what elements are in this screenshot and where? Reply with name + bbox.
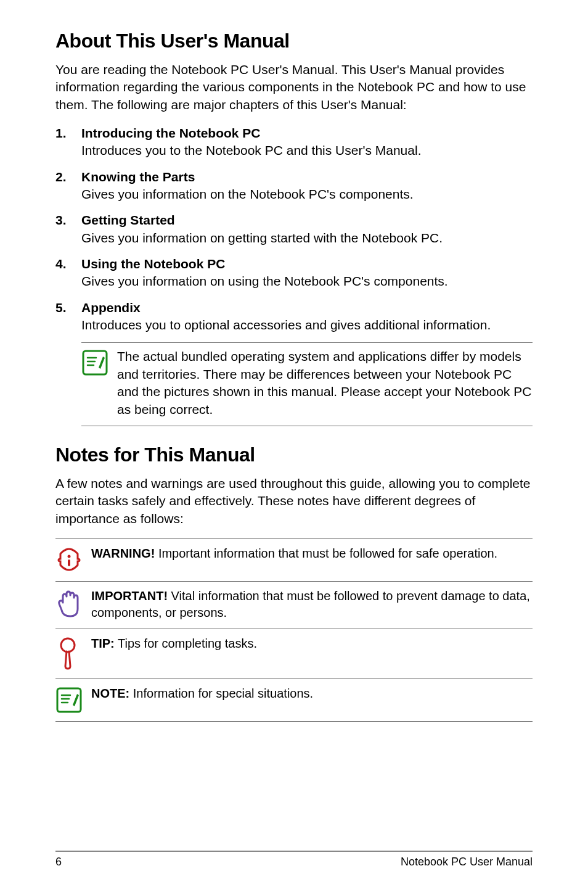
svg-rect-4 [57, 688, 81, 712]
list-body: Knowing the Parts Gives you information … [81, 168, 533, 204]
list-item: 4. Using the Notebook PC Gives you infor… [55, 255, 533, 291]
note-row-important: IMPORTANT! Vital information that must b… [55, 581, 533, 629]
note-body: Information for special situations. [129, 687, 313, 700]
svg-point-3 [61, 638, 75, 652]
list-desc: Gives you information on the Notebook PC… [81, 186, 533, 203]
footer-title: Notebook PC User Manual [401, 856, 533, 868]
note-body: Important information that must be follo… [155, 547, 497, 560]
note-row-tip: TIP: Tips for completing tasks. [55, 629, 533, 679]
list-body: Using the Notebook PC Gives you informat… [81, 255, 533, 291]
page-number: 6 [55, 856, 62, 868]
section-heading: About This User's Manual [55, 30, 533, 52]
list-item: 5. Appendix Introduces you to optional a… [55, 299, 533, 334]
note-callout: The actual bundled operating system and … [81, 342, 533, 426]
svg-rect-2 [68, 559, 70, 566]
note-text: NOTE: Information for special situations… [91, 685, 533, 702]
tip-magnifier-icon [55, 635, 91, 671]
list-number: 3. [55, 212, 81, 247]
note-text: IMPORTANT! Vital information that must b… [91, 588, 533, 621]
note-label: IMPORTANT! [91, 589, 168, 603]
list-item: 1. Introducing the Notebook PC Introduce… [55, 125, 533, 160]
note-text: TIP: Tips for completing tasks. [91, 635, 533, 652]
list-number: 1. [55, 125, 81, 160]
note-text: WARNING! Important information that must… [91, 545, 533, 562]
list-desc: Introduces you to optional accessories a… [81, 316, 533, 334]
note-label: TIP: [91, 637, 115, 650]
list-title: Getting Started [81, 212, 533, 229]
list-body: Appendix Introduces you to optional acce… [81, 299, 533, 334]
note-text: The actual bundled operating system and … [117, 348, 533, 418]
list-title: Appendix [81, 299, 533, 316]
chapter-list: 1. Introducing the Notebook PC Introduce… [55, 125, 533, 334]
note-row-warning: WARNING! Important information that must… [55, 538, 533, 581]
note-pencil-icon [81, 348, 117, 376]
note-row-note: NOTE: Information for special situations… [55, 679, 533, 722]
page-footer: 6 Notebook PC User Manual [55, 851, 533, 868]
section-intro: A few notes and warnings are used throug… [55, 475, 533, 527]
note-label: WARNING! [91, 547, 155, 560]
section-intro: You are reading the Notebook PC User's M… [55, 61, 533, 113]
hand-stop-icon [55, 588, 91, 621]
note-body: Tips for completing tasks. [115, 637, 257, 650]
list-item: 2. Knowing the Parts Gives you informati… [55, 168, 533, 204]
list-body: Introducing the Notebook PC Introduces y… [81, 125, 533, 160]
list-title: Using the Notebook PC [81, 255, 533, 273]
svg-point-1 [68, 555, 71, 558]
note-label: NOTE: [91, 687, 129, 700]
list-desc: Gives you information on getting started… [81, 229, 533, 247]
notes-legend: WARNING! Important information that must… [55, 538, 533, 722]
warning-icon [55, 545, 91, 574]
note-pencil-icon [55, 685, 91, 714]
list-desc: Introduces you to the Notebook PC and th… [81, 142, 533, 159]
list-title: Knowing the Parts [81, 168, 533, 186]
list-number: 2. [55, 168, 81, 204]
section-heading: Notes for This Manual [55, 444, 533, 466]
list-desc: Gives you information on using the Noteb… [81, 273, 533, 290]
list-body: Getting Started Gives you information on… [81, 212, 533, 247]
list-item: 3. Getting Started Gives you information… [55, 212, 533, 247]
list-number: 4. [55, 255, 81, 291]
list-number: 5. [55, 299, 81, 334]
list-title: Introducing the Notebook PC [81, 125, 533, 142]
svg-rect-0 [83, 351, 107, 374]
